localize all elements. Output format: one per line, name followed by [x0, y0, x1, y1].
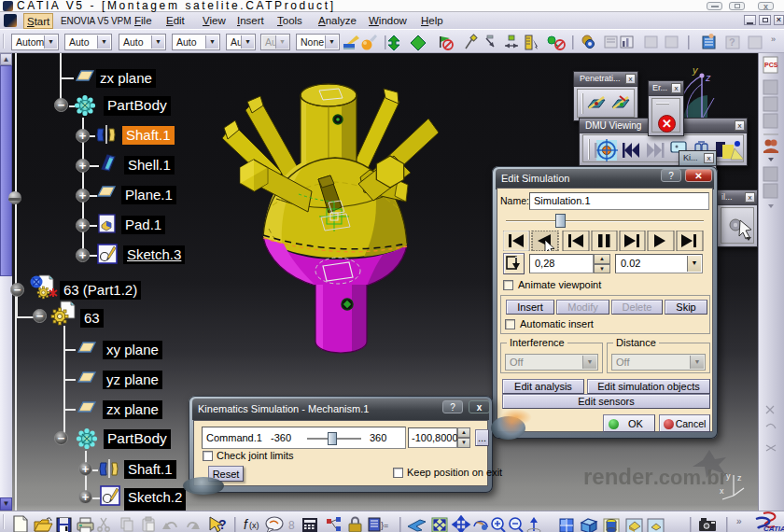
svg-text:»: »: [771, 35, 776, 44]
svg-text:y: y: [692, 64, 699, 76]
svg-text:x: x: [720, 486, 724, 496]
svg-text:}=: }=: [381, 521, 388, 530]
svg-text:CATIA: CATIA: [763, 525, 784, 532]
svg-text:?: ?: [729, 36, 735, 48]
svg-text:8: 8: [288, 519, 295, 532]
svg-text:(x): (x): [249, 521, 259, 530]
svg-text:?: ?: [218, 517, 227, 532]
svg-text:z: z: [737, 473, 742, 483]
svg-text:PCS: PCS: [764, 62, 778, 68]
svg-text:»: »: [736, 516, 742, 526]
svg-text:y: y: [726, 471, 731, 481]
svg-text:z: z: [705, 72, 711, 83]
